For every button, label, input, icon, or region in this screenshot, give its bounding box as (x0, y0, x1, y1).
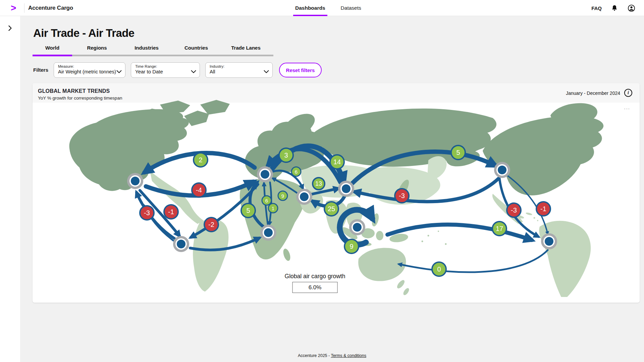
nav-tab-datasets[interactable]: Datasets (341, 0, 361, 16)
growth-badge[interactable]: 25 (324, 201, 339, 217)
nav-tabs: Dashboards Datasets (295, 0, 361, 16)
trade-map-overlay: 2-4-3-1-25619361413259-35-3-1170 (33, 83, 640, 303)
nav-tab-label: Datasets (341, 5, 361, 11)
growth-badge[interactable]: -3 (394, 188, 410, 203)
main-content: Air Trade - Air Trade World Regions Indu… (20, 16, 644, 362)
left-sidebar (0, 16, 20, 362)
growth-badge[interactable]: 9 (344, 239, 359, 254)
growth-badge[interactable]: 14 (329, 154, 345, 170)
tab-world[interactable]: World (33, 45, 72, 51)
region-node-south-america-west[interactable] (175, 238, 187, 250)
growth-badge[interactable]: 5 (240, 203, 256, 218)
footer-text: Accenture 2025 - (298, 353, 331, 358)
tab-industries[interactable]: Industries (122, 45, 171, 51)
growth-badge[interactable]: 6 (291, 167, 302, 177)
global-market-trends-card: 2-4-3-1-25619361413259-35-3-1170 GLOBAL … (33, 83, 640, 303)
region-node-north-america-east[interactable] (496, 164, 508, 176)
sidebar-expand-button[interactable] (6, 24, 14, 32)
region-node-africa[interactable] (263, 227, 274, 238)
terms-link[interactable]: Terms & conditions (331, 353, 366, 358)
growth-badge[interactable]: -1 (536, 201, 551, 217)
growth-badge[interactable]: 13 (312, 177, 325, 190)
region-node-southeast-asia[interactable] (352, 222, 363, 233)
growth-badge[interactable]: -2 (204, 217, 219, 232)
faq-link[interactable]: FAQ (591, 5, 602, 11)
chevron-down-icon (264, 68, 269, 74)
nav-tab-label: Dashboards (295, 5, 325, 11)
dropdown-label: Measure: (58, 64, 121, 68)
dropdown-value: Year to Date (135, 69, 196, 74)
region-node-south-america-east[interactable] (543, 236, 555, 247)
dropdown-label: Industry: (210, 64, 268, 68)
filters-label: Filters (33, 67, 48, 73)
account-avatar-icon[interactable] (627, 4, 635, 12)
tab-underline-track (33, 55, 273, 56)
notifications-bell-icon[interactable] (610, 4, 619, 12)
growth-badge[interactable]: 2 (193, 152, 208, 168)
accenture-logo-icon[interactable]: > (11, 3, 16, 13)
region-node-east-asia[interactable] (340, 183, 352, 194)
chevron-down-icon (116, 68, 122, 74)
dropdown-value: Air Weight (metric tonnes) (58, 69, 121, 74)
growth-badge[interactable]: -4 (191, 182, 207, 198)
global-growth-label: Global air cargo growth (285, 273, 345, 280)
region-node-europe[interactable] (259, 169, 271, 180)
growth-badge[interactable]: 5 (450, 145, 466, 160)
growth-badge[interactable]: -3 (506, 202, 522, 218)
growth-badge[interactable]: -3 (139, 205, 155, 221)
chevron-down-icon (191, 68, 196, 74)
nav-divider (24, 3, 24, 13)
global-growth-value: 6.0% (292, 282, 338, 293)
region-node-middle-east[interactable] (299, 191, 310, 202)
growth-badge[interactable]: 1 (268, 203, 278, 214)
top-nav: > Accenture Cargo Dashboards Datasets FA… (0, 0, 644, 16)
time-range-dropdown[interactable]: Time Range: Year to Date (131, 62, 200, 78)
growth-badge[interactable]: 0 (431, 261, 447, 277)
nav-right-actions: FAQ (591, 0, 635, 16)
dropdown-value: All (210, 69, 268, 74)
tab-regions[interactable]: Regions (72, 45, 122, 51)
page-footer: Accenture 2025 - Terms & conditions (20, 353, 644, 358)
growth-badge[interactable]: 9 (278, 191, 288, 201)
active-tab-underline (293, 15, 327, 16)
region-node-north-america-west[interactable] (129, 175, 141, 187)
tab-underline-active (33, 55, 72, 56)
tab-countries[interactable]: Countries (171, 45, 221, 51)
measure-dropdown[interactable]: Measure: Air Weight (metric tonnes) (54, 62, 125, 78)
growth-badge[interactable]: -1 (163, 204, 179, 220)
page-title: Air Trade - Air Trade (33, 27, 135, 40)
dropdown-label: Time Range: (135, 64, 196, 68)
chevron-right-icon (8, 25, 12, 31)
app-title: Accenture Cargo (28, 5, 73, 11)
growth-badge[interactable]: 17 (492, 221, 507, 236)
nav-tab-dashboards[interactable]: Dashboards (295, 0, 325, 16)
tab-trade-lanes[interactable]: Trade Lanes (221, 45, 271, 51)
reset-filters-button[interactable]: Reset filters (279, 63, 322, 77)
industry-dropdown[interactable]: Industry: All (205, 62, 273, 78)
page-tabs: World Regions Industries Countries Trade… (33, 45, 273, 51)
growth-badge[interactable]: 3 (278, 147, 294, 163)
